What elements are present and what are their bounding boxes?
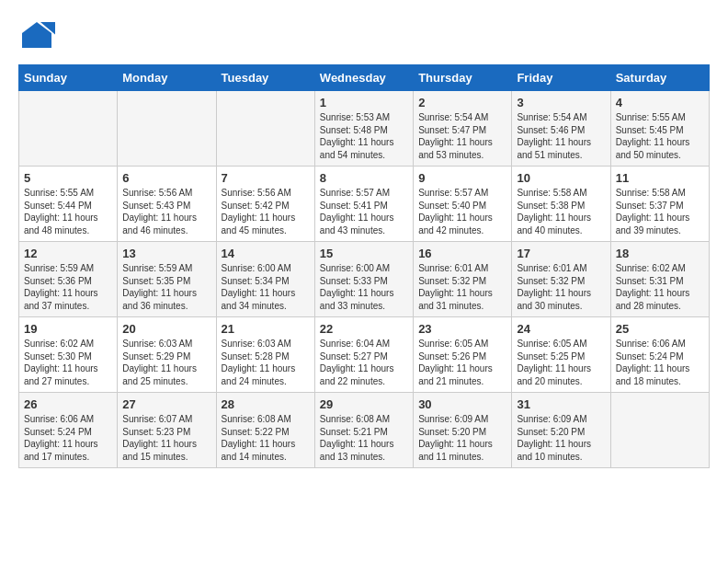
day-number: 15	[320, 247, 408, 260]
calendar-table: SundayMondayTuesdayWednesdayThursdayFrid…	[18, 64, 710, 468]
day-info: Sunrise: 6:08 AM Sunset: 5:22 PM Dayligh…	[222, 413, 310, 463]
calendar-header: SundayMondayTuesdayWednesdayThursdayFrid…	[19, 65, 710, 91]
calendar-cell: 30Sunrise: 6:09 AM Sunset: 5:20 PM Dayli…	[414, 393, 512, 468]
day-info: Sunrise: 6:06 AM Sunset: 5:24 PM Dayligh…	[616, 338, 704, 387]
column-header-thursday: Thursday	[414, 65, 512, 91]
calendar-cell: 29Sunrise: 6:08 AM Sunset: 5:21 PM Dayli…	[314, 393, 413, 468]
column-header-monday: Monday	[118, 65, 216, 91]
calendar-cell: 27Sunrise: 6:07 AM Sunset: 5:23 PM Dayli…	[118, 393, 216, 468]
column-header-wednesday: Wednesday	[314, 65, 413, 91]
calendar-cell: 18Sunrise: 6:02 AM Sunset: 5:31 PM Dayli…	[610, 242, 709, 317]
calendar-cell: 22Sunrise: 6:04 AM Sunset: 5:27 PM Dayli…	[314, 317, 413, 393]
logo-icon	[18, 18, 55, 55]
day-number: 1	[320, 96, 408, 109]
day-number: 10	[517, 171, 605, 185]
day-info: Sunrise: 6:04 AM Sunset: 5:27 PM Dayligh…	[320, 338, 408, 387]
calendar-body: 1Sunrise: 5:53 AM Sunset: 5:48 PM Daylig…	[19, 91, 710, 468]
calendar-cell: 7Sunrise: 5:56 AM Sunset: 5:42 PM Daylig…	[216, 167, 314, 242]
day-info: Sunrise: 6:03 AM Sunset: 5:29 PM Dayligh…	[122, 338, 210, 387]
calendar-cell: 15Sunrise: 6:00 AM Sunset: 5:33 PM Dayli…	[314, 242, 413, 317]
day-info: Sunrise: 5:56 AM Sunset: 5:42 PM Dayligh…	[222, 187, 310, 236]
day-number: 22	[320, 322, 408, 336]
day-info: Sunrise: 5:54 AM Sunset: 5:47 PM Dayligh…	[418, 111, 506, 161]
calendar-cell: 23Sunrise: 6:05 AM Sunset: 5:26 PM Dayli…	[414, 317, 512, 393]
day-number: 17	[517, 247, 605, 260]
day-info: Sunrise: 6:07 AM Sunset: 5:23 PM Dayligh…	[122, 413, 210, 463]
day-info: Sunrise: 6:00 AM Sunset: 5:34 PM Dayligh…	[222, 262, 310, 312]
week-row-3: 12Sunrise: 5:59 AM Sunset: 5:36 PM Dayli…	[19, 242, 710, 317]
day-info: Sunrise: 6:02 AM Sunset: 5:30 PM Dayligh…	[24, 338, 112, 387]
calendar-cell	[19, 91, 118, 167]
day-number: 16	[418, 247, 506, 260]
week-row-4: 19Sunrise: 6:02 AM Sunset: 5:30 PM Dayli…	[19, 317, 710, 393]
column-header-tuesday: Tuesday	[216, 65, 314, 91]
day-number: 26	[24, 397, 112, 411]
calendar-cell: 13Sunrise: 5:59 AM Sunset: 5:35 PM Dayli…	[118, 242, 216, 317]
week-row-2: 5Sunrise: 5:55 AM Sunset: 5:44 PM Daylig…	[19, 167, 710, 242]
day-info: Sunrise: 5:55 AM Sunset: 5:44 PM Dayligh…	[24, 187, 112, 236]
day-info: Sunrise: 5:55 AM Sunset: 5:45 PM Dayligh…	[616, 111, 704, 161]
calendar-cell: 21Sunrise: 6:03 AM Sunset: 5:28 PM Dayli…	[216, 317, 314, 393]
day-number: 28	[222, 397, 310, 411]
day-number: 27	[122, 397, 210, 411]
logo	[18, 18, 59, 55]
day-info: Sunrise: 5:53 AM Sunset: 5:48 PM Dayligh…	[320, 111, 408, 161]
calendar-cell: 16Sunrise: 6:01 AM Sunset: 5:32 PM Dayli…	[414, 242, 512, 317]
day-number: 19	[24, 322, 112, 336]
day-number: 12	[24, 247, 112, 260]
day-info: Sunrise: 6:09 AM Sunset: 5:20 PM Dayligh…	[418, 413, 506, 463]
day-info: Sunrise: 6:05 AM Sunset: 5:25 PM Dayligh…	[517, 338, 605, 387]
day-info: Sunrise: 6:02 AM Sunset: 5:31 PM Dayligh…	[616, 262, 704, 312]
day-number: 4	[616, 96, 704, 109]
calendar-cell: 31Sunrise: 6:09 AM Sunset: 5:20 PM Dayli…	[512, 393, 610, 468]
calendar-cell: 6Sunrise: 5:56 AM Sunset: 5:43 PM Daylig…	[118, 167, 216, 242]
calendar-cell: 1Sunrise: 5:53 AM Sunset: 5:48 PM Daylig…	[314, 91, 413, 167]
day-number: 3	[517, 96, 605, 109]
calendar-cell: 3Sunrise: 5:54 AM Sunset: 5:46 PM Daylig…	[512, 91, 610, 167]
day-info: Sunrise: 5:59 AM Sunset: 5:36 PM Dayligh…	[24, 262, 112, 312]
day-number: 30	[418, 397, 506, 411]
calendar-cell: 17Sunrise: 6:01 AM Sunset: 5:32 PM Dayli…	[512, 242, 610, 317]
calendar-cell: 24Sunrise: 6:05 AM Sunset: 5:25 PM Dayli…	[512, 317, 610, 393]
day-info: Sunrise: 5:59 AM Sunset: 5:35 PM Dayligh…	[122, 262, 210, 312]
day-number: 13	[122, 247, 210, 260]
calendar-cell: 10Sunrise: 5:58 AM Sunset: 5:38 PM Dayli…	[512, 167, 610, 242]
calendar-cell: 25Sunrise: 6:06 AM Sunset: 5:24 PM Dayli…	[610, 317, 709, 393]
day-info: Sunrise: 5:54 AM Sunset: 5:46 PM Dayligh…	[517, 111, 605, 161]
day-info: Sunrise: 6:08 AM Sunset: 5:21 PM Dayligh…	[320, 413, 408, 463]
calendar-cell: 2Sunrise: 5:54 AM Sunset: 5:47 PM Daylig…	[414, 91, 512, 167]
calendar-cell: 14Sunrise: 6:00 AM Sunset: 5:34 PM Dayli…	[216, 242, 314, 317]
day-info: Sunrise: 5:58 AM Sunset: 5:38 PM Dayligh…	[517, 187, 605, 236]
day-number: 21	[222, 322, 310, 336]
day-info: Sunrise: 6:09 AM Sunset: 5:20 PM Dayligh…	[517, 413, 605, 463]
day-number: 2	[418, 96, 506, 109]
day-number: 23	[418, 322, 506, 336]
day-info: Sunrise: 6:06 AM Sunset: 5:24 PM Dayligh…	[24, 413, 112, 463]
calendar-cell	[118, 91, 216, 167]
calendar-cell: 26Sunrise: 6:06 AM Sunset: 5:24 PM Dayli…	[19, 393, 118, 468]
day-number: 5	[24, 171, 112, 185]
day-info: Sunrise: 5:57 AM Sunset: 5:41 PM Dayligh…	[320, 187, 408, 236]
day-number: 25	[616, 322, 704, 336]
calendar-cell: 20Sunrise: 6:03 AM Sunset: 5:29 PM Dayli…	[118, 317, 216, 393]
day-number: 8	[320, 171, 408, 185]
day-number: 7	[222, 171, 310, 185]
day-number: 14	[222, 247, 310, 260]
column-header-sunday: Sunday	[19, 65, 118, 91]
calendar-cell: 11Sunrise: 5:58 AM Sunset: 5:37 PM Dayli…	[610, 167, 709, 242]
day-info: Sunrise: 5:57 AM Sunset: 5:40 PM Dayligh…	[418, 187, 506, 236]
calendar-cell: 28Sunrise: 6:08 AM Sunset: 5:22 PM Dayli…	[216, 393, 314, 468]
calendar-cell: 12Sunrise: 5:59 AM Sunset: 5:36 PM Dayli…	[19, 242, 118, 317]
column-header-friday: Friday	[512, 65, 610, 91]
calendar-cell	[610, 393, 709, 468]
day-number: 29	[320, 397, 408, 411]
calendar-cell: 9Sunrise: 5:57 AM Sunset: 5:40 PM Daylig…	[414, 167, 512, 242]
column-header-saturday: Saturday	[610, 65, 709, 91]
day-number: 18	[616, 247, 704, 260]
calendar-cell: 5Sunrise: 5:55 AM Sunset: 5:44 PM Daylig…	[19, 167, 118, 242]
day-number: 11	[616, 171, 704, 185]
day-info: Sunrise: 6:03 AM Sunset: 5:28 PM Dayligh…	[222, 338, 310, 387]
day-number: 24	[517, 322, 605, 336]
day-number: 20	[122, 322, 210, 336]
calendar-cell: 4Sunrise: 5:55 AM Sunset: 5:45 PM Daylig…	[610, 91, 709, 167]
